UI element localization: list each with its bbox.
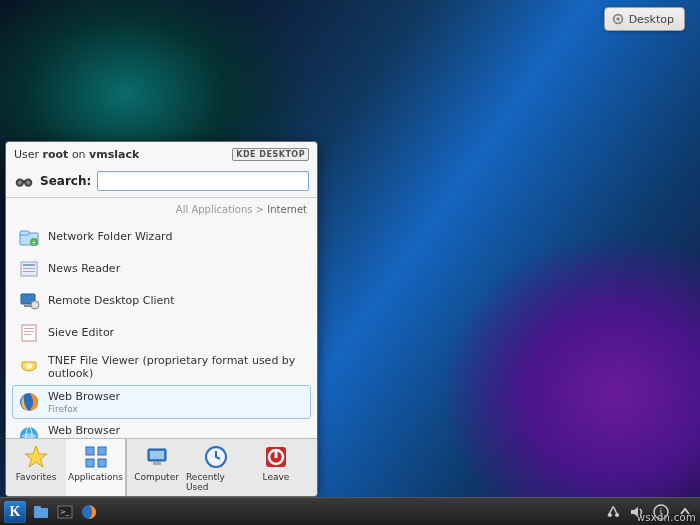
firefox-icon (18, 391, 40, 413)
watermark: wsxdn.com (637, 512, 696, 523)
computer-icon (144, 444, 170, 470)
panel-firefox-icon[interactable] (80, 503, 98, 521)
desktop-toolbox-button[interactable]: Desktop (604, 7, 685, 31)
kickoff-launcher-button[interactable]: K (4, 501, 26, 523)
tab-applications[interactable]: Applications (66, 439, 126, 496)
svg-text:>_: >_ (60, 508, 70, 516)
breadcrumb-root[interactable]: All Applications (176, 204, 253, 215)
panel-konsole-icon[interactable]: >_ (56, 503, 74, 521)
svg-rect-40 (34, 506, 41, 510)
konqueror-icon (18, 425, 40, 438)
svg-rect-13 (23, 268, 35, 269)
svg-rect-20 (24, 331, 34, 332)
app-item-tnef-viewer[interactable]: TNEF File Viewer (proprietary format use… (12, 349, 311, 385)
svg-rect-19 (24, 328, 34, 329)
svg-rect-4 (22, 180, 27, 183)
taskbar-panel: K >_ i (0, 497, 700, 525)
svg-rect-38 (275, 449, 278, 458)
search-input[interactable] (97, 171, 309, 191)
folder-network-icon: + (18, 226, 40, 248)
svg-rect-31 (98, 459, 106, 467)
svg-rect-18 (22, 325, 36, 341)
svg-point-6 (26, 181, 30, 185)
desktop-toolbox-label: Desktop (629, 13, 674, 26)
star-icon (23, 444, 49, 470)
svg-point-17 (31, 301, 39, 309)
svg-rect-21 (24, 334, 31, 335)
svg-point-1 (616, 17, 620, 21)
shutdown-icon (263, 444, 289, 470)
svg-rect-8 (20, 231, 29, 235)
svg-point-45 (615, 513, 619, 517)
svg-rect-28 (86, 447, 94, 455)
news-icon (18, 258, 40, 280)
clock-icon (203, 444, 229, 470)
svg-point-22 (26, 363, 32, 369)
tab-computer[interactable]: Computer (126, 439, 186, 496)
kickoff-header: User root on vmslack KDE DESKTOP (6, 142, 317, 167)
kickoff-menu: User root on vmslack KDE DESKTOP Search:… (5, 141, 318, 497)
breadcrumb-current: Internet (267, 204, 307, 215)
svg-rect-34 (153, 462, 161, 465)
kickoff-tabs: Favorites Applications Computer Recently… (6, 438, 317, 496)
search-label: Search: (40, 174, 91, 188)
search-row: Search: (6, 167, 317, 198)
app-item-remote-desktop[interactable]: Remote Desktop Client (12, 285, 311, 317)
tab-leave[interactable]: Leave (246, 439, 306, 496)
binoculars-icon (14, 172, 34, 190)
svg-rect-30 (86, 459, 94, 467)
clipboard-tray-icon[interactable] (604, 503, 622, 521)
k-logo-icon: K (10, 504, 21, 520)
cashew-icon (611, 12, 625, 26)
user-host-label: User root on vmslack (14, 148, 139, 161)
svg-rect-14 (23, 271, 35, 272)
app-item-network-folder-wizard[interactable]: + Network Folder Wizard (12, 221, 311, 253)
app-item-news-reader[interactable]: News Reader (12, 253, 311, 285)
svg-point-5 (18, 181, 22, 185)
tab-favorites[interactable]: Favorites (6, 439, 66, 496)
app-item-sieve-editor[interactable]: Sieve Editor (12, 317, 311, 349)
svg-rect-29 (98, 447, 106, 455)
application-list: + Network Folder Wizard News Reader Remo… (6, 221, 317, 438)
svg-rect-12 (23, 264, 35, 266)
svg-point-44 (608, 513, 612, 517)
svg-rect-33 (150, 451, 164, 459)
applications-icon (83, 444, 109, 470)
tnef-icon (18, 356, 40, 378)
svg-text:+: + (31, 239, 37, 247)
app-item-konqueror[interactable]: Web BrowserKonqueror (12, 419, 311, 438)
tab-recently-used[interactable]: Recently Used (186, 439, 246, 496)
panel-dolphin-icon[interactable] (32, 503, 50, 521)
kde-desktop-badge: KDE DESKTOP (232, 148, 309, 161)
app-item-firefox[interactable]: Web BrowserFirefox (12, 385, 311, 419)
breadcrumb: All Applications > Internet (6, 198, 317, 221)
remote-desktop-icon (18, 290, 40, 312)
sieve-icon (18, 322, 40, 344)
